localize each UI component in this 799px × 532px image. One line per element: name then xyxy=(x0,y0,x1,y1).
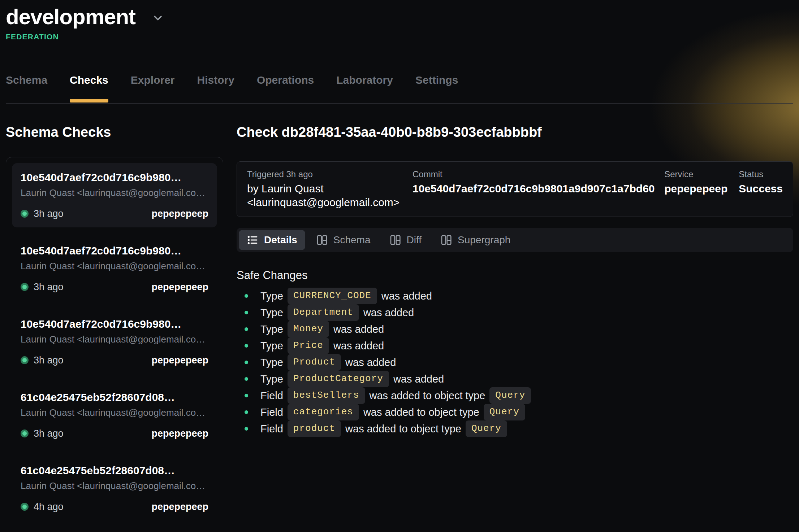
code-chip: Query xyxy=(489,387,531,404)
check-service: pepepepeep xyxy=(151,208,208,219)
meta-service: Service pepepepeep xyxy=(664,169,739,209)
bullet-icon xyxy=(245,311,248,314)
check-time: 3h ago xyxy=(34,428,64,439)
check-author: Laurin Quast <laurinquast@googlemail.co… xyxy=(21,333,208,345)
view-tab-supergraph[interactable]: Supergraph xyxy=(432,230,518,250)
status-dot-icon xyxy=(21,503,29,511)
code-chip: bestSellers xyxy=(288,387,365,404)
columns-icon xyxy=(316,234,328,246)
status-dot-icon xyxy=(21,283,29,291)
bullet-icon xyxy=(245,377,248,381)
code-chip: ProductCategory xyxy=(288,371,389,387)
project-header: development FEDERATION SchemaChecksExplo… xyxy=(0,0,799,104)
commit-value: 10e540d7aef72c0d716c9b9801a9d907c1a7bd60 xyxy=(413,182,664,196)
tab-laboratory[interactable]: Laboratory xyxy=(336,74,393,103)
columns-icon xyxy=(440,234,452,246)
bullet-icon xyxy=(245,327,248,331)
code-chip: product xyxy=(288,420,341,437)
change-item: Field product was added to object type Q… xyxy=(237,420,793,437)
tab-schema[interactable]: Schema xyxy=(6,74,47,103)
check-author: Laurin Quast <laurinquast@googlemail.co… xyxy=(21,187,208,199)
schema-checks-title: Schema Checks xyxy=(6,124,223,140)
check-author: Laurin Quast <laurinquast@googlemail.co… xyxy=(21,407,208,418)
status-dot-icon xyxy=(21,429,29,437)
check-hash: 61c04e25475eb52f28607d08… xyxy=(21,391,208,404)
check-author: Laurin Quast <laurinquast@googlemail.co… xyxy=(21,480,208,492)
bullet-icon xyxy=(245,427,248,431)
columns-icon xyxy=(389,234,401,246)
change-item: Type Price was added xyxy=(237,337,793,354)
meta-commit: Commit 10e540d7aef72c0d716c9b9801a9d907c… xyxy=(413,169,664,209)
triggered-value: by Laurin Quast <laurinquast@googlemail.… xyxy=(247,182,413,209)
content: Schema Checks 10e540d7aef72c0d716c9b980…… xyxy=(0,124,799,532)
check-author: Laurin Quast <laurinquast@googlemail.co… xyxy=(21,260,208,272)
check-time: 3h ago xyxy=(34,281,64,293)
check-view-tabs: Details Schema Diff Supergraph xyxy=(237,228,793,252)
change-item: Field categories was added to object typ… xyxy=(237,404,793,420)
tab-history[interactable]: History xyxy=(197,74,234,103)
check-meta-panel: Triggered 3h ago by Laurin Quast <laurin… xyxy=(237,161,793,217)
bullet-icon xyxy=(245,344,248,348)
code-chip: Query xyxy=(484,404,525,420)
project-name: development xyxy=(6,5,135,29)
tab-checks[interactable]: Checks xyxy=(70,74,108,103)
schema-checks-list: 10e540d7aef72c0d716c9b980… Laurin Quast … xyxy=(6,157,223,532)
schema-check-item[interactable]: 10e540d7aef72c0d716c9b980… Laurin Quast … xyxy=(12,236,217,301)
code-chip: Money xyxy=(288,321,329,337)
check-service: pepepepeep xyxy=(151,281,208,293)
check-hash: 10e540d7aef72c0d716c9b980… xyxy=(21,171,208,184)
code-chip: CURRENCY_CODE xyxy=(288,288,377,304)
change-item: Type Money was added xyxy=(237,321,793,337)
schema-check-item[interactable]: 61c04e25475eb52f28607d08… Laurin Quast <… xyxy=(12,383,217,447)
check-title: Check db28f481-35aa-40b0-b8b9-303ecfabbb… xyxy=(237,124,793,140)
bullet-icon xyxy=(245,394,248,397)
code-chip: Price xyxy=(288,337,329,354)
check-service: pepepepeep xyxy=(151,428,208,439)
triggered-label: Triggered 3h ago xyxy=(247,169,413,180)
code-chip: categories xyxy=(288,404,359,420)
schema-checks-panel: Schema Checks 10e540d7aef72c0d716c9b980…… xyxy=(6,124,223,532)
meta-triggered: Triggered 3h ago by Laurin Quast <laurin… xyxy=(247,169,413,209)
check-hash: 61c04e25475eb52f28607d08… xyxy=(21,464,208,477)
tab-explorer[interactable]: Explorer xyxy=(131,74,175,103)
safe-changes-list: Type CURRENCY_CODE was added Type Depart… xyxy=(237,288,793,437)
chevron-down-icon[interactable] xyxy=(151,12,164,25)
change-item: Type ProductCategory was added xyxy=(237,371,793,387)
safe-changes-title: Safe Changes xyxy=(237,268,793,283)
check-service: pepepepeep xyxy=(151,501,208,513)
commit-label: Commit xyxy=(413,169,664,180)
check-hash: 10e540d7aef72c0d716c9b980… xyxy=(21,318,208,331)
main-tabs: SchemaChecksExplorerHistoryOperationsLab… xyxy=(6,74,793,104)
check-hash: 10e540d7aef72c0d716c9b980… xyxy=(21,244,208,257)
status-value: Success xyxy=(739,182,783,196)
federation-badge: FEDERATION xyxy=(6,32,793,41)
schema-check-item[interactable]: 61c04e25475eb52f28607d08… Laurin Quast <… xyxy=(12,456,217,520)
schema-check-item[interactable]: 10e540d7aef72c0d716c9b980… Laurin Quast … xyxy=(12,163,217,227)
view-tab-details[interactable]: Details xyxy=(239,230,305,250)
view-tab-schema[interactable]: Schema xyxy=(308,230,379,250)
tab-operations[interactable]: Operations xyxy=(257,74,314,103)
code-chip: Query xyxy=(466,420,507,437)
tab-settings[interactable]: Settings xyxy=(415,74,458,103)
bullet-icon xyxy=(245,410,248,414)
check-service: pepepepeep xyxy=(151,354,208,366)
check-time: 3h ago xyxy=(34,208,64,219)
code-chip: Department xyxy=(288,304,359,321)
change-item: Field bestSellers was added to object ty… xyxy=(237,387,793,404)
status-dot-icon xyxy=(21,356,29,364)
status-dot-icon xyxy=(21,210,29,218)
service-value: pepepepeep xyxy=(664,182,739,196)
service-label: Service xyxy=(664,169,739,180)
change-item: Type Product was added xyxy=(237,354,793,371)
list-icon xyxy=(247,234,258,246)
meta-status: Status Success xyxy=(739,169,783,209)
schema-check-item[interactable]: 10e540d7aef72c0d716c9b980… Laurin Quast … xyxy=(12,310,217,374)
check-time: 3h ago xyxy=(34,354,64,366)
view-tab-diff[interactable]: Diff xyxy=(381,230,430,250)
check-detail: Check db28f481-35aa-40b0-b8b9-303ecfabbb… xyxy=(237,124,793,532)
bullet-icon xyxy=(245,361,248,364)
check-time: 4h ago xyxy=(34,501,64,513)
status-label: Status xyxy=(739,169,783,180)
bullet-icon xyxy=(245,294,248,298)
change-item: Type Department was added xyxy=(237,304,793,321)
